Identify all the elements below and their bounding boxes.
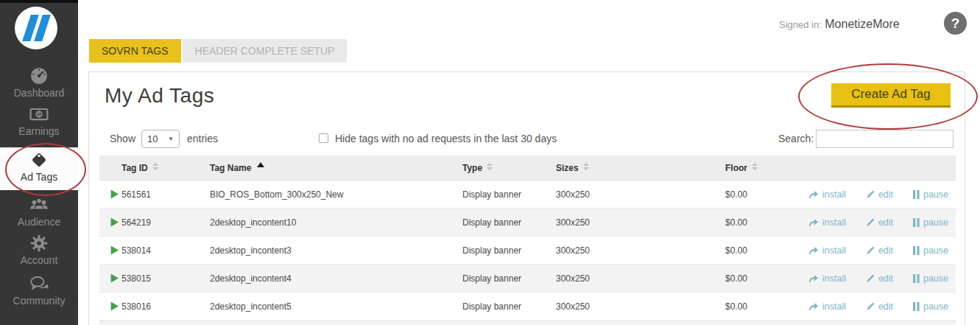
play-icon[interactable] — [110, 301, 119, 311]
signed-in-status: Signed in: MonetizeMore — [779, 18, 900, 31]
edit-link[interactable]: edit — [866, 301, 893, 312]
table-row: 538015 2desktop_incontent4 Display banne… — [99, 265, 956, 293]
pause-link[interactable]: pause — [913, 301, 948, 312]
tag-sizes: 300x250 — [556, 273, 725, 284]
tag-sizes: 300x250 — [556, 301, 725, 312]
play-icon[interactable] — [110, 217, 119, 227]
sidebar-item-label: Community — [0, 295, 78, 307]
sort-icon — [752, 163, 758, 170]
hide-tags-checkbox[interactable] — [319, 133, 328, 143]
tag-type: Display banner — [462, 245, 556, 256]
table-header-row: Tag ID Tag Name Type Sizes Floor — [99, 155, 956, 181]
ad-tags-table: Tag ID Tag Name Type Sizes Floor — [99, 155, 956, 325]
column-header-tag-id[interactable]: Tag ID — [121, 163, 210, 173]
sidebar-item-label: Audience — [0, 216, 78, 228]
gear-icon — [29, 234, 49, 253]
table-row: 564219 2desktop_incontent10 Display bann… — [99, 209, 956, 237]
signed-in-user: MonetizeMore — [825, 18, 899, 30]
sidebar-top-strip — [0, 0, 78, 3]
edit-icon — [866, 190, 875, 199]
column-header-floor[interactable]: Floor — [725, 163, 808, 173]
svg-text:$: $ — [38, 111, 41, 118]
chevron-down-icon: ▼ — [168, 136, 174, 142]
sidebar: Dashboard $ Earnings Ad Tags — [0, 0, 78, 325]
sort-icon — [583, 163, 589, 170]
logo-slashes-icon — [22, 15, 51, 41]
column-header-tag-name[interactable]: Tag Name — [210, 162, 462, 173]
tab-bar: SOVRN TAGS HEADER COMPLETE SETUP — [89, 39, 347, 63]
tag-name: BIO_ROS_Bottom_300x250_New — [210, 189, 462, 200]
app-window: Dashboard $ Earnings Ad Tags — [0, 0, 980, 325]
edit-icon — [866, 218, 875, 227]
tag-name: 2desktop_incontent10 — [210, 217, 462, 228]
pause-link[interactable]: pause — [913, 189, 948, 200]
edit-link[interactable]: edit — [866, 245, 893, 256]
pause-icon — [913, 246, 920, 255]
pause-icon — [913, 302, 920, 311]
play-icon[interactable] — [110, 273, 119, 283]
tag-type: Display banner — [462, 189, 556, 200]
sidebar-item-community[interactable]: Community — [0, 273, 78, 307]
main-panel: My Ad Tags Create Ad Tag Show 10 ▼ entri… — [88, 71, 965, 325]
sidebar-item-account[interactable]: Account — [0, 232, 78, 266]
hide-tags-checkbox-label: Hide tags with no ad requests in the las… — [335, 133, 557, 144]
column-header-type[interactable]: Type — [462, 163, 556, 173]
edit-link[interactable]: edit — [866, 189, 893, 200]
tab-sovrn-tags[interactable]: SOVRN TAGS — [89, 39, 181, 63]
create-ad-tag-button[interactable]: Create Ad Tag — [831, 83, 951, 108]
edit-link[interactable]: edit — [866, 273, 893, 284]
pause-icon — [913, 190, 920, 199]
gauge-icon — [29, 66, 49, 85]
pause-link[interactable]: pause — [913, 245, 948, 256]
banknote-icon: $ — [29, 105, 49, 124]
question-mark-icon: ? — [951, 15, 960, 32]
install-icon — [808, 190, 819, 199]
search-label: Search: — [778, 133, 814, 144]
install-link[interactable]: install — [808, 301, 846, 312]
tag-floor: $0.00 — [725, 217, 808, 228]
play-icon[interactable] — [110, 189, 119, 199]
tag-name: 2desktop_incontent3 — [210, 245, 462, 256]
show-label: Show — [110, 133, 135, 144]
table-row: 538014 2desktop_incontent3 Display banne… — [99, 237, 956, 265]
install-link[interactable]: install — [808, 273, 846, 284]
edit-icon — [866, 302, 875, 311]
sidebar-item-label: Account — [0, 254, 78, 266]
tag-floor: $0.00 — [725, 245, 808, 256]
column-header-sizes[interactable]: Sizes — [556, 163, 725, 173]
table-row: 538016 2desktop_incontent5 Display banne… — [99, 293, 956, 321]
pause-link[interactable]: pause — [913, 273, 948, 284]
pause-link[interactable]: pause — [913, 217, 948, 228]
tag-type: Display banner — [462, 273, 556, 284]
help-button[interactable]: ? — [944, 12, 967, 35]
table-controls: Show 10 ▼ entries Hide tags with no ad r… — [89, 130, 965, 152]
tab-header-complete-setup[interactable]: HEADER COMPLETE SETUP — [183, 39, 348, 63]
install-link[interactable]: install — [808, 217, 846, 228]
tag-id: 538016 — [121, 301, 210, 312]
play-icon[interactable] — [110, 245, 119, 255]
tag-type: Display banner — [462, 217, 556, 228]
pause-icon — [913, 218, 920, 227]
edit-icon — [866, 246, 875, 255]
signed-in-label: Signed in: — [779, 19, 822, 30]
pause-icon — [913, 274, 920, 283]
sidebar-item-ad-tags[interactable]: Ad Tags — [0, 147, 78, 190]
entries-select-value: 10 — [147, 133, 158, 144]
people-icon — [29, 195, 49, 214]
tag-sizes: 300x250 — [556, 217, 725, 228]
tag-id: 538014 — [121, 245, 210, 256]
sovrn-logo[interactable] — [15, 7, 57, 49]
sidebar-item-label: Dashboard — [0, 87, 78, 99]
entries-per-page-select[interactable]: 10 ▼ — [141, 130, 180, 148]
sidebar-item-dashboard[interactable]: Dashboard — [0, 65, 78, 99]
install-link[interactable]: install — [808, 245, 846, 256]
sidebar-item-earnings[interactable]: $ Earnings — [0, 103, 78, 137]
edit-link[interactable]: edit — [866, 217, 893, 228]
tag-name: 2desktop_incontent4 — [210, 273, 462, 284]
sidebar-item-audience[interactable]: Audience — [0, 194, 78, 228]
tag-name: 2desktop_incontent5 — [210, 301, 462, 312]
search-input[interactable] — [816, 130, 953, 148]
sidebar-item-label: Earnings — [0, 125, 78, 137]
install-link[interactable]: install — [808, 189, 846, 200]
sort-icon — [487, 163, 493, 170]
